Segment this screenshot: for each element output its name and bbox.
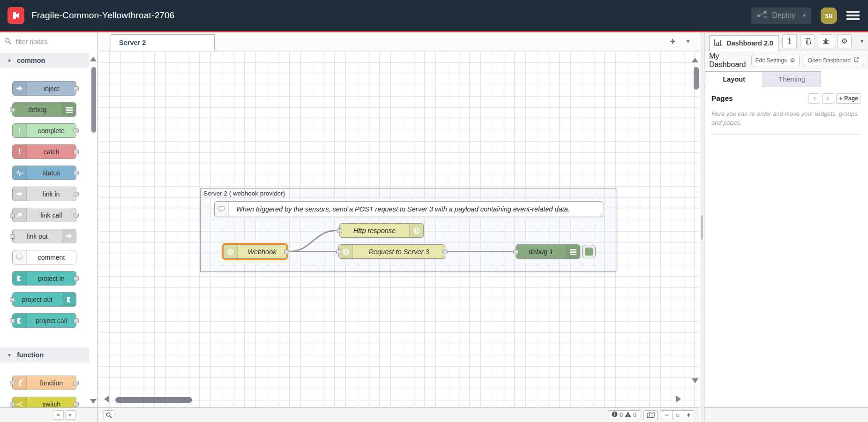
flow-list-caret-icon[interactable]: ▾ [687, 38, 689, 45]
canvas-vscrollbar-thumb[interactable] [694, 67, 699, 90]
info-tab-button[interactable]: i [782, 34, 797, 48]
flow-canvas[interactable]: Server 2 ( webhook provider) When trigge… [98, 51, 700, 407]
divider [711, 135, 861, 135]
tab-dashboard-2[interactable]: Dashboard 2.0 [709, 35, 778, 51]
comment-node[interactable]: When triggered by the sensors, send a PO… [214, 201, 603, 217]
minimap-button[interactable] [644, 410, 658, 420]
link-arrow-icon [62, 229, 76, 243]
deploy-icon [757, 11, 767, 20]
palette-node-project-call[interactable]: project call [12, 313, 76, 328]
palette-footer: » » [0, 407, 97, 422]
move-page-up-button[interactable]: » [808, 93, 820, 104]
help-book-button[interactable] [801, 34, 815, 48]
zoom-out-button[interactable]: − [661, 411, 672, 420]
palette-filter-input[interactable] [15, 38, 73, 46]
main-menu-icon[interactable] [846, 11, 860, 20]
palette-scrollbar-thumb[interactable] [91, 67, 96, 133]
canvas-scroll-up-icon[interactable] [692, 58, 698, 62]
webhook-node[interactable]: Webhook [223, 244, 287, 259]
sidebar-caret-icon[interactable]: ▾ [861, 38, 863, 45]
palette-node-comment[interactable]: comment [12, 250, 76, 264]
palette-node-project-in[interactable]: project in [12, 271, 76, 286]
add-flow-button[interactable]: + [670, 37, 675, 46]
collapse-all-button[interactable]: » [53, 410, 64, 420]
palette-node-link-call[interactable]: link call [12, 208, 76, 222]
canvas-scroll-down-icon[interactable] [692, 378, 698, 383]
move-page-down-button[interactable]: » [822, 93, 834, 104]
palette-filter [0, 32, 97, 51]
error-icon [612, 411, 618, 419]
canvas-scroll-left-icon[interactable] [104, 396, 109, 402]
link-arrow-icon [13, 187, 27, 201]
user-avatar[interactable]: su [821, 8, 837, 24]
zoom-reset-button[interactable]: ○ [672, 411, 683, 420]
zoom-in-button[interactable]: + [683, 411, 694, 420]
debug-list-icon [566, 245, 580, 258]
tab-theming[interactable]: Theming [763, 71, 821, 87]
search-icon [5, 38, 11, 46]
add-page-button[interactable]: + Page [836, 93, 861, 104]
canvas-scroll-right-icon[interactable] [676, 396, 681, 402]
heartbeat-icon [13, 166, 27, 180]
scroll-down-icon[interactable] [90, 399, 97, 404]
speech-bubble-icon [13, 250, 27, 264]
pages-panel: Pages » » + Page Here you can re-order a… [704, 87, 868, 407]
globe-icon [409, 224, 423, 237]
palette-node-complete[interactable]: ! complete [12, 123, 76, 138]
palette-category-function[interactable]: ▼ function [0, 347, 89, 362]
speech-bubble-icon [215, 202, 229, 217]
chevron-down-icon: ▼ [7, 353, 12, 358]
pages-description: Here you can re-order and move your widg… [711, 110, 861, 128]
settings-gear-button[interactable]: ⚙ [837, 34, 852, 48]
node-red-app: Fragile-Common-Yellowthroat-2706 Deploy … [0, 0, 868, 422]
chevron-down-icon: ▼ [7, 58, 12, 63]
palette-node-status[interactable]: status [12, 166, 76, 180]
palette-node-catch[interactable]: ! catch [12, 144, 76, 159]
group-label: Server 2 ( webhook provider) [203, 190, 285, 197]
palette-category-common[interactable]: ▼ common [0, 53, 89, 68]
canvas-hscrollbar-thumb[interactable] [115, 397, 192, 403]
http-response-node[interactable]: Http response [339, 223, 424, 238]
palette-scroll-area: ▼ common inject debug [0, 51, 97, 407]
zoom-controls: − ○ + [661, 410, 694, 420]
dashboard-subtabs: Layout Theming [704, 69, 868, 87]
canvas-search-button[interactable] [104, 410, 114, 420]
tab-layout[interactable]: Layout [705, 71, 763, 87]
request-to-server-3-node[interactable]: Request to Server 3 [338, 244, 445, 259]
comment-text: When triggered by the sensors, send a PO… [229, 202, 603, 217]
exclaim-icon: ! [13, 124, 27, 137]
scroll-up-icon[interactable] [90, 57, 97, 61]
deploy-caret-icon[interactable]: ▾ [803, 12, 806, 19]
palette-node-link-out[interactable]: link out [12, 229, 76, 243]
deploy-button[interactable]: Deploy ▾ [751, 8, 811, 24]
palette-node-debug[interactable]: debug [12, 102, 76, 117]
sidebar-splitter[interactable] [700, 32, 704, 422]
palette-scrollbar[interactable] [90, 51, 97, 407]
status-badge[interactable]: 0 0 [608, 410, 640, 420]
debug-node[interactable]: debug 1 [516, 244, 580, 259]
workspace-tabbar: Server 2 + ▾ [98, 32, 700, 51]
exclaim-icon: ! [13, 145, 27, 158]
palette-node-project-out[interactable]: project out [12, 292, 76, 307]
pages-title: Pages [711, 94, 733, 103]
page-title: Fragile-Common-Yellowthroat-2706 [31, 10, 175, 21]
project-logo-icon [62, 293, 76, 306]
dashboard-header: My Dashboard Edit Settings ⚙ Open Dashbo… [704, 51, 868, 69]
splitter-handle[interactable] [701, 215, 703, 240]
palette-node-inject[interactable]: inject [12, 81, 76, 96]
project-logo-icon [13, 271, 27, 285]
palette-node-link-in[interactable]: link in [12, 187, 76, 201]
external-link-icon [853, 57, 859, 64]
tab-server-2[interactable]: Server 2 [111, 34, 215, 51]
open-dashboard-button[interactable]: Open Dashboard [804, 55, 863, 66]
debug-toggle-button[interactable] [582, 245, 596, 258]
gear-icon: ⚙ [790, 57, 795, 63]
bug-button[interactable] [819, 34, 833, 48]
expand-all-button[interactable]: » [65, 410, 76, 420]
palette-node-function[interactable]: f function [12, 376, 76, 390]
error-count: 0 [620, 412, 623, 418]
bar-chart-icon [714, 39, 723, 47]
dashboard-name: My Dashboard [709, 52, 747, 69]
palette-node-switch[interactable]: switch [12, 397, 76, 407]
edit-settings-button[interactable]: Edit Settings ⚙ [751, 55, 800, 66]
